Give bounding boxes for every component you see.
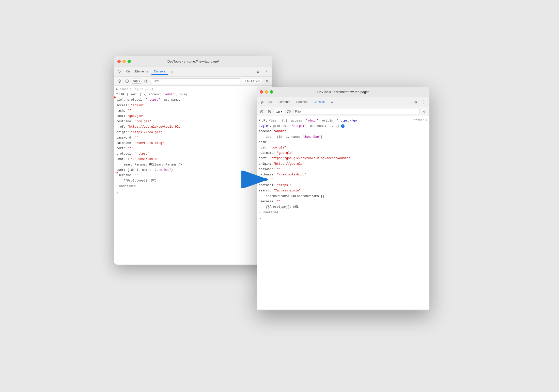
- console-settings-icon-right[interactable]: ⚙: [421, 109, 427, 115]
- prop-username-right: username: "": [257, 199, 429, 204]
- title-bar-left: DevTools - chrome://new-tab-page/: [114, 56, 272, 67]
- traffic-lights-left: [117, 60, 131, 63]
- filter-input-left[interactable]: [151, 78, 240, 84]
- prop-prototype-right[interactable]: [[Prototype]]: URL: [257, 204, 429, 210]
- minimize-button-left[interactable]: [122, 60, 126, 63]
- prop-protocol-right: protocol: "https:": [257, 183, 429, 188]
- context-selector-left[interactable]: top ▾: [132, 79, 142, 84]
- window-title-right: DevTools - chrome://new-tab-page/: [317, 90, 369, 94]
- url-cont-right: o.gle', protocol: 'https:', username: ''…: [257, 124, 429, 129]
- url-header-right[interactable]: URL {user: {…}, access: 'admin', origin:…: [257, 118, 429, 124]
- prop-pathname-right: pathname: "/devtools-blog": [257, 172, 429, 177]
- console-settings-icon-left[interactable]: ⚙: [264, 78, 270, 84]
- devtools-window-right: DevTools - chrome://new-tab-page/ Elemen…: [257, 87, 429, 310]
- context-label-left: top: [133, 79, 138, 83]
- clear-console-icon-left[interactable]: [116, 78, 122, 84]
- prop-href-left: href: "https://goo.gle/devtools-blo: [114, 124, 272, 130]
- svg-line-3: [119, 80, 120, 82]
- title-bar-right: DevTools - chrome://new-tab-page/: [257, 87, 429, 97]
- prop-password-left: password: "": [114, 135, 272, 141]
- more-options-icon-right[interactable]: ⋮: [420, 99, 427, 106]
- context-selector-right[interactable]: top ▾: [274, 109, 284, 114]
- clear-console-icon-right[interactable]: [259, 109, 265, 115]
- block-icon-right[interactable]: [266, 109, 272, 115]
- svg-rect-10: [269, 101, 271, 103]
- svg-point-16: [287, 110, 290, 113]
- cursor-icon[interactable]: [116, 68, 123, 75]
- svg-rect-0: [127, 71, 129, 72]
- prompt-left[interactable]: >: [114, 190, 272, 196]
- url-cont-left: gle', protocol: 'https:', username: ': [114, 97, 272, 103]
- devtools-window-left: DevTools - chrome://new-tab-page/ Elemen…: [114, 56, 272, 265]
- prop-hostname-right: hostname: "goo.gle": [257, 150, 429, 156]
- traffic-lights-right: [260, 90, 273, 94]
- tab-elements-left[interactable]: Elements: [133, 69, 150, 75]
- svg-rect-11: [271, 102, 272, 103]
- tab-console-left[interactable]: Console: [151, 69, 168, 75]
- console-toolbar-left: top ▾ Default levels ⚙: [114, 77, 272, 86]
- close-button-left[interactable]: [117, 60, 121, 63]
- minimize-button-right[interactable]: [265, 90, 268, 94]
- tab-console-right[interactable]: Console: [311, 99, 327, 105]
- info-badge[interactable]: i: [341, 124, 345, 128]
- more-options-icon-left[interactable]: ⋮: [263, 68, 270, 75]
- log-truncated: ▶ console.log(url,...): [114, 87, 272, 92]
- console-content-right: VM4817:1 URL {user: {…}, access: 'admin'…: [257, 116, 429, 309]
- svg-point-17: [288, 111, 289, 112]
- eye-icon-right[interactable]: [286, 109, 292, 115]
- close-button-right[interactable]: [260, 90, 263, 94]
- prop-port-left: port: "": [114, 146, 272, 151]
- prop-host-left: host: "goo.gle": [114, 114, 272, 119]
- svg-line-13: [261, 111, 262, 112]
- prop-protocol-left: protocol: "https:": [114, 151, 272, 157]
- prop-origin-right: origin: "https://goo.gle": [257, 161, 429, 167]
- tab-bar-left: Elements Console » ⚙ ⋮: [114, 67, 272, 77]
- prop-user-right[interactable]: user: {id: 1, name: 'Jane Doe'}: [257, 134, 429, 140]
- settings-icon-left[interactable]: ⚙: [255, 68, 262, 75]
- undefined-right: ← undefined: [257, 210, 429, 216]
- sep-right: [410, 100, 410, 105]
- device-icon[interactable]: [125, 68, 132, 75]
- svg-point-6: [145, 80, 148, 82]
- tab-sources-right[interactable]: Sources: [294, 99, 310, 105]
- console-toolbar-right: top ▾ ⚙: [257, 107, 429, 116]
- dropdown-arrow-left: ▾: [138, 79, 140, 83]
- default-levels-left[interactable]: Default levels: [242, 79, 262, 83]
- window-title-left: DevTools - chrome://new-tab-page/: [167, 59, 219, 63]
- device-icon-right[interactable]: [267, 99, 274, 106]
- prop-href-right: href: "https://goo.gle/devtools-blog?acc…: [257, 156, 429, 161]
- prop-host-right: host: "goo.gle": [257, 145, 429, 150]
- svg-point-7: [146, 80, 147, 82]
- prop-pathname-left: pathname: "/devtools-blog": [114, 141, 272, 146]
- red-arrow-1: ➔: [114, 93, 116, 103]
- tab-elements-right[interactable]: Elements: [275, 99, 293, 105]
- prop-hash-left: hash: "": [114, 108, 272, 114]
- prop-port-right: port: "": [257, 177, 429, 183]
- prop-hash-right: hash: "": [257, 140, 429, 145]
- filter-input-right[interactable]: [293, 109, 420, 114]
- url-header-left[interactable]: URL {user: {…}, access: 'admin', orig: [114, 92, 272, 97]
- more-tabs-left[interactable]: »: [169, 68, 176, 75]
- blue-arrow: [241, 171, 269, 189]
- prop-hostname-left: hostname: "goo.gle": [114, 119, 272, 124]
- prompt-right[interactable]: >: [257, 216, 429, 222]
- svg-rect-1: [129, 71, 130, 72]
- prop-password-right: password: "": [257, 167, 429, 172]
- cursor-icon-right[interactable]: [259, 99, 266, 106]
- prop-search-right: search: "?access=admin": [257, 188, 429, 193]
- prop-searchparams-left[interactable]: searchParams: URLSearchParams {}: [114, 162, 272, 168]
- context-label-right: top: [276, 110, 280, 113]
- maximize-button-left[interactable]: [128, 60, 131, 63]
- maximize-button-right[interactable]: [270, 90, 273, 94]
- tab-bar-right: Elements Sources Console » ⚙ ⋮: [257, 97, 429, 107]
- prop-access-left: access: "admin": [114, 103, 272, 108]
- settings-icon-right[interactable]: ⚙: [412, 99, 419, 106]
- prop-search-left: search: "?access=admin": [114, 157, 272, 162]
- prop-searchparams-right[interactable]: searchParams: URLSearchParams {}: [257, 194, 429, 199]
- prop-access-right: access: "admin": [257, 129, 429, 134]
- block-icon-left[interactable]: [124, 78, 130, 84]
- scene: DevTools - chrome://new-tab-page/ Elemen…: [114, 56, 445, 336]
- prop-origin-left: origin: "https://goo.gle": [114, 130, 272, 135]
- eye-icon-left[interactable]: [143, 78, 149, 84]
- more-tabs-right[interactable]: »: [328, 99, 335, 106]
